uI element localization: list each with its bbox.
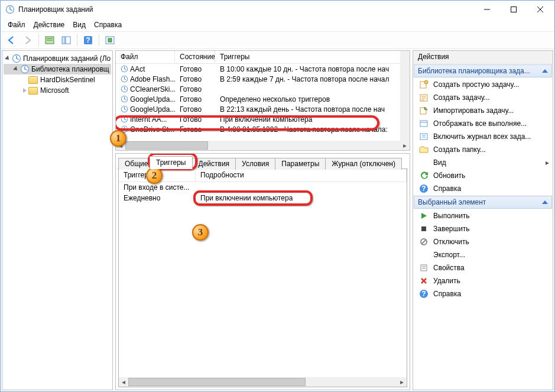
scroll-right[interactable]: ▸ [397,377,407,387]
expand-icon[interactable] [5,56,11,61]
tree-item-label: HardDiskSentinel [40,76,95,84]
scroll-thumb[interactable] [128,378,306,386]
task-state-cell: Готово [175,95,215,103]
task-row[interactable]: GoogleUpda...ГотовоОпределено несколько … [116,94,410,104]
nav-back-button[interactable] [4,33,18,47]
tree-item[interactable]: Microsoft [4,85,111,96]
action-label: Выполнить [433,212,470,220]
tab-general[interactable]: Общие [118,158,150,170]
action-label: Экспорт... [433,251,465,259]
col-file[interactable]: Файл [116,51,175,63]
task-row[interactable]: AActГотовоВ 10:00 каждые 10 дн. - Частот… [116,64,410,74]
action-label: Удалить [433,277,460,285]
action-item[interactable]: Включить журнал всех зада... [413,130,553,143]
action-icon [419,171,429,180]
action-item[interactable]: Свойства [413,261,553,274]
task-row[interactable]: OneDrive St...ГотовоВ 4:00 01.05.1992 - … [116,124,410,134]
task-row[interactable]: Adobe Flash...ГотовоВ 2:59 каждые 7 дн. … [116,74,410,84]
action-label: Отображать все выполняе... [433,119,527,128]
action-item[interactable]: Выполнить [413,209,553,222]
tab-settings[interactable]: Параметры [275,158,326,170]
task-row[interactable]: CCleanerSki...Готово [116,84,410,94]
scroll-thumb[interactable] [125,141,208,150]
action-item[interactable]: ?Справка [413,182,553,195]
maximize-button[interactable] [500,1,527,18]
task-trigger-cell: В 22:13 каждый день - Частота повтора по… [215,105,410,114]
svg-line-51 [421,239,426,244]
actions-section-library[interactable]: Библиотека планировщика зада... [414,64,552,77]
task-trigger-cell: В 2:59 каждые 7 дн. - Частота повтора по… [215,75,410,83]
scroll-left[interactable]: ◂ [119,377,128,387]
menu-file[interactable]: Файл [4,20,29,30]
clock-icon [20,64,30,74]
toolbar-btn-3[interactable] [103,33,117,47]
action-item[interactable]: ?Справка [413,287,553,300]
actions-section-selected[interactable]: Выбранный элемент [414,196,552,209]
detail-col-trigger[interactable]: Триггер [119,169,196,182]
scroll-right[interactable]: ▸ [400,141,410,150]
actions-section-label: Библиотека планировщика зада... [418,67,530,75]
detail-row[interactable]: ЕжедневноПри включении компьютера [119,193,407,203]
svg-rect-8 [62,37,65,44]
action-item[interactable]: Завершить [413,222,553,235]
action-icon [419,224,429,234]
tab-actions[interactable]: Действия [192,158,236,170]
scroll-left[interactable]: ◂ [116,141,125,150]
task-name-cell: AAct [116,65,175,73]
action-item[interactable]: Создать папку... [413,143,553,156]
action-icon [419,263,429,273]
action-item[interactable]: Вид▸ [413,156,553,169]
actions-pane: Действия Библиотека планировщика зада...… [413,50,553,390]
toolbar-btn-1[interactable] [43,33,57,47]
vscrollbar[interactable] [400,51,410,141]
task-name-cell: OneDrive St... [116,125,175,134]
minimize-button[interactable] [473,1,500,18]
svg-text:?: ? [421,290,426,298]
action-item[interactable]: Отключить [413,235,553,248]
col-state[interactable]: Состояние [175,51,215,63]
toolbar-help-button[interactable]: ? [81,33,95,47]
action-item[interactable]: Удалить [413,274,553,287]
action-item[interactable]: Создать задачу... [413,91,553,104]
detail-row[interactable]: При входе в систе... [119,182,407,193]
action-label: Создать простую задачу... [433,80,519,89]
action-item[interactable]: Отображать все выполняе... [413,117,553,130]
tree-root[interactable]: Планировщик заданий (Ло [4,53,111,64]
action-icon [419,93,429,102]
folder-icon [28,87,38,95]
tab-history[interactable]: Журнал (отключен) [325,158,402,170]
action-label: Обновить [433,171,465,180]
actions-header: Действия [413,51,553,64]
action-label: Вид [433,158,446,167]
action-item[interactable]: Импортировать задачу... [413,104,553,117]
hscrollbar[interactable]: ◂ ▸ [116,141,410,150]
task-row[interactable]: GoogleUpda...ГотовоВ 22:13 каждый день -… [116,104,410,114]
action-icon [419,158,429,167]
body: Планировщик заданий (Ло Библиотека плани… [1,49,554,391]
col-triggers[interactable]: Триггеры [215,51,410,63]
task-row[interactable]: Internt AA...ГотовоПри включении компьют… [116,114,410,124]
expand-icon[interactable] [13,66,19,72]
action-item[interactable]: Экспорт... [413,248,553,261]
svg-rect-49 [421,226,426,231]
task-name-cell: GoogleUpda... [116,95,175,103]
action-icon [419,276,429,286]
tree-item[interactable]: HardDiskSentinel [4,74,111,85]
menu-view[interactable]: Вид [69,20,89,30]
menu-action[interactable]: Действие [30,20,69,30]
detail-hscrollbar[interactable]: ◂ ▸ [119,377,407,387]
menu-help[interactable]: Справка [90,20,125,30]
expand-icon[interactable] [23,88,27,93]
toolbar-btn-2[interactable] [59,33,73,47]
close-button[interactable] [527,1,553,18]
action-icon [419,80,429,89]
task-table-header: Файл Состояние Триггеры [116,51,410,64]
detail-col-details[interactable]: Подробности [196,169,407,182]
tab-conditions[interactable]: Условия [235,158,275,170]
task-state-cell: Готово [175,105,215,114]
action-item[interactable]: Обновить [413,169,553,182]
nav-forward-button[interactable] [21,33,35,47]
action-item[interactable]: Создать простую задачу... [413,78,553,91]
tree-library[interactable]: Библиотека планировщ [4,64,111,74]
tab-triggers[interactable]: Триггеры [150,156,193,169]
